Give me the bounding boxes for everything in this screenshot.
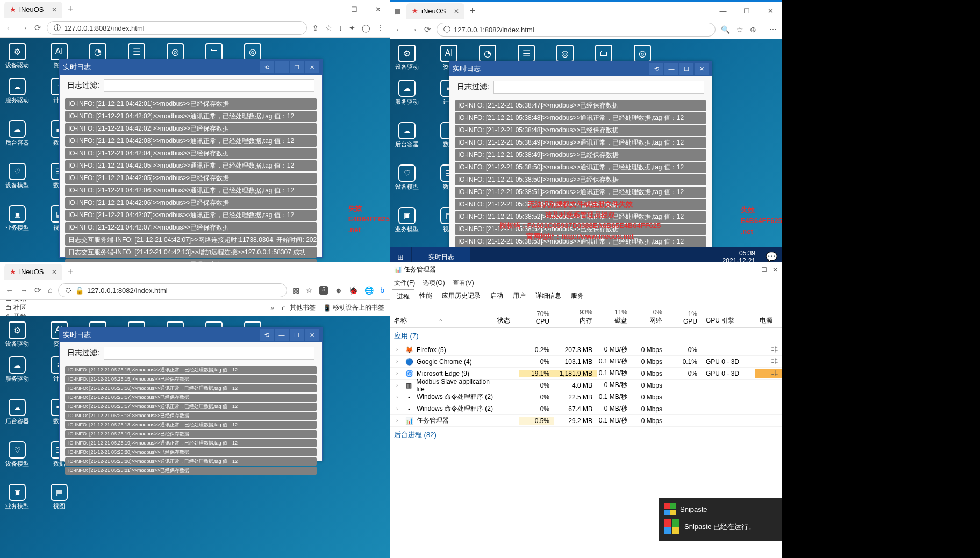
window-maximize-icon[interactable]: ☐ <box>735 3 759 19</box>
ext-icon[interactable]: 🐞 <box>349 286 358 295</box>
sidebar-item[interactable]: ▣业务模型 <box>5 205 29 232</box>
nav-reload-icon[interactable]: ⟳ <box>34 285 41 295</box>
filter-input[interactable] <box>493 81 704 94</box>
tm-process-row[interactable]: ›📊任务管理器0.5%29.2 MB0.1 MB/秒0 Mbps <box>390 415 782 427</box>
nav-reload-icon[interactable]: ⟳ <box>34 23 41 33</box>
url-field[interactable]: ⓘ127.0.0.1:8082/index.html <box>47 21 307 35</box>
window-minimize-icon[interactable]: — <box>749 266 756 274</box>
tm-tab[interactable]: 详细信息 <box>531 289 566 303</box>
window-minimize-icon[interactable]: — <box>319 2 342 18</box>
snipaste-toast[interactable]: Snipaste Snipaste 已经在运行。 <box>659 498 782 541</box>
log-win-max-icon[interactable]: ☐ <box>290 61 304 73</box>
tab-close-icon[interactable]: ✕ <box>52 268 57 276</box>
url-field[interactable]: ⓘ127.0.0.1:8082/index.html <box>437 23 716 37</box>
sidebar-item[interactable]: ☁后台容器 <box>5 399 29 425</box>
window-maximize-icon[interactable]: ☐ <box>761 266 767 274</box>
tm-process-row[interactable]: ›▪Windows 命令处理程序 (2)0%67.4 MB0 MB/秒0 Mbp… <box>390 403 782 415</box>
nav-forward-icon[interactable]: → <box>410 25 418 34</box>
sidebar-item[interactable]: ☁服务驱动 <box>5 78 29 104</box>
taskbar-clock[interactable]: 05:392021-12-21 <box>717 248 761 262</box>
sidebar-item[interactable]: ▤视图 <box>51 484 68 510</box>
profile-icon[interactable]: ◯ <box>362 24 370 32</box>
nav-forward-icon[interactable]: → <box>20 23 28 33</box>
log-win-close-icon[interactable]: ✕ <box>305 61 319 73</box>
nav-back-icon[interactable]: ← <box>395 25 403 34</box>
col-name[interactable]: 名称^ <box>390 303 497 327</box>
browser-tab[interactable]: ★iNeuOS✕ <box>406 3 464 19</box>
ext-icon[interactable]: 🌐 <box>364 286 374 295</box>
col-power[interactable]: 电源 <box>755 303 782 327</box>
tab-close-icon[interactable]: ✕ <box>52 6 57 13</box>
tm-process-row[interactable]: ›🦊Firefox (5)0.2%207.3 MB0 MB/秒0 Mbps0%非 <box>390 344 782 356</box>
download-icon[interactable]: ↓ <box>339 24 342 32</box>
nav-reload-icon[interactable]: ⟳ <box>424 25 431 34</box>
sidebar-item[interactable]: ☁后台容器 <box>395 122 419 148</box>
nav-home-icon[interactable]: ⌂ <box>48 285 53 295</box>
browser-tab[interactable]: ★iNeuOS✕ <box>4 264 62 280</box>
tab-close-icon[interactable]: ✕ <box>454 8 459 15</box>
window-close-icon[interactable]: ✕ <box>759 3 782 19</box>
log-win-min-icon[interactable]: — <box>275 329 289 341</box>
bookmark-folder[interactable]: 🗀 其他书签 <box>282 303 316 312</box>
collections-icon[interactable]: ⊕ <box>750 25 756 34</box>
sidebar-item[interactable]: ♡设备模型 <box>395 164 419 191</box>
log-win-refresh-icon[interactable]: ⟲ <box>260 329 274 341</box>
sidebar-item[interactable]: ▣业务模型 <box>395 207 419 233</box>
window-minimize-icon[interactable]: — <box>711 3 735 19</box>
new-tab-button[interactable]: + <box>68 266 74 277</box>
tm-process-row[interactable]: ›🔵Google Chrome (4)0%103.1 MB0.1 MB/秒0 M… <box>390 356 782 368</box>
bookmark-folder[interactable]: 🗀 社区 <box>5 303 32 312</box>
tab-count-badge[interactable]: 5 <box>319 286 328 295</box>
log-win-close-icon[interactable]: ✕ <box>695 63 709 75</box>
notifications-icon[interactable]: 💬 <box>761 251 782 262</box>
sidebar-item[interactable]: ☁后台容器 <box>5 120 29 147</box>
extensions-icon[interactable]: ✦ <box>349 24 355 32</box>
nav-forward-icon[interactable]: → <box>20 285 28 295</box>
menu-icon[interactable]: ⋯ <box>769 25 777 34</box>
tm-process-row[interactable]: ›▪Windows 命令处理程序 (2)0%22.5 MB0.1 MB/秒0 M… <box>390 391 782 403</box>
icon-device-driver[interactable]: ⚙设备驱动 <box>5 43 29 69</box>
sidebar-item[interactable]: ♡设备模型 <box>5 441 29 468</box>
tm-tab[interactable]: 服务 <box>566 289 589 303</box>
url-field[interactable]: 🛡🔓127.0.0.1:8082/index.html <box>58 283 287 297</box>
log-win-max-icon[interactable]: ☐ <box>290 329 304 341</box>
bookmark-icon[interactable]: ☆ <box>306 286 313 295</box>
tm-tab[interactable]: 启动 <box>485 289 508 303</box>
new-tab-button[interactable]: + <box>68 4 74 15</box>
sidebar-item[interactable]: ☁服务驱动 <box>5 356 29 383</box>
tm-tab[interactable]: 进程 <box>392 289 414 303</box>
top-icon[interactable]: ⚙设备驱动 <box>395 45 419 71</box>
tm-col-header[interactable]: 11%磁盘 <box>597 303 632 327</box>
new-tab-button[interactable]: + <box>470 5 476 17</box>
tm-menu-item[interactable]: 查看(V) <box>453 278 474 288</box>
zoom-icon[interactable]: 🔍 <box>721 25 730 34</box>
col-status[interactable]: 状态 <box>497 303 519 327</box>
tm-col-header[interactable]: 93%内存 <box>554 303 597 327</box>
bing-icon[interactable]: b <box>380 286 384 295</box>
bookmark-folder[interactable]: 🗀 开发 <box>5 312 32 316</box>
sidebar-item[interactable]: ☁服务驱动 <box>395 80 419 106</box>
log-win-max-icon[interactable]: ☐ <box>679 63 693 75</box>
tm-tab[interactable]: 性能 <box>414 289 437 303</box>
tm-col-header[interactable]: 0%网络 <box>632 303 667 327</box>
edge-tab-menu-icon[interactable]: ▦ <box>394 7 401 16</box>
window-close-icon[interactable]: ✕ <box>772 266 778 274</box>
tm-tab[interactable]: 应用历史记录 <box>437 289 485 303</box>
top-icon[interactable]: ⚙设备驱动 <box>5 321 29 348</box>
log-win-refresh-icon[interactable]: ⟲ <box>649 63 663 75</box>
start-button[interactable]: ⊞ <box>390 247 411 262</box>
tm-col-header[interactable]: 70%CPU <box>519 303 554 327</box>
sidebar-item[interactable]: ▣业务模型 <box>5 484 29 510</box>
ext-icon[interactable]: ☻ <box>334 286 342 295</box>
bookmark-folder[interactable]: 📱 移动设备上的书签 <box>323 303 384 312</box>
col-gpu-engine[interactable]: GPU 引擎 <box>702 303 755 327</box>
tm-tab[interactable]: 用户 <box>508 289 531 303</box>
tm-menu-item[interactable]: 选项(O) <box>423 278 445 288</box>
nav-back-icon[interactable]: ← <box>5 285 13 295</box>
qr-icon[interactable]: ▩ <box>292 286 299 295</box>
share-icon[interactable]: ⇪ <box>312 24 319 32</box>
log-win-refresh-icon[interactable]: ⟲ <box>260 61 274 73</box>
favorites-icon[interactable]: ☆ <box>736 25 743 34</box>
tm-process-row[interactable]: ›▥Modbus Slave application file0%4.0 MB0… <box>390 380 782 391</box>
filter-input[interactable] <box>104 79 314 92</box>
